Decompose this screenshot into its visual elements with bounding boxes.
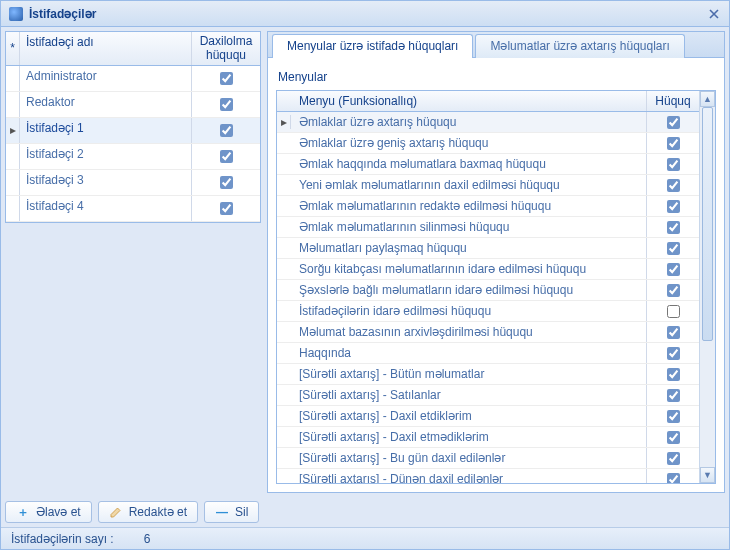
user-login-checkbox[interactable] [220,202,233,215]
permission-row[interactable]: Məlumatları paylaşmaq hüququ [277,238,699,259]
permission-checkbox[interactable] [667,137,680,150]
window-body: * İstifadəçi adı Daxilolma hüququ Admini… [1,27,729,497]
user-name-cell: İstifadəçi 2 [20,144,192,169]
user-login-checkbox[interactable] [220,176,233,189]
permission-checkbox[interactable] [667,221,680,234]
permission-row[interactable]: Əmlaklar üzrə geniş axtarış hüququ [277,133,699,154]
permission-checkbox[interactable] [667,242,680,255]
scroll-up-icon[interactable]: ▲ [700,91,715,107]
scroll-down-icon[interactable]: ▼ [700,467,715,483]
edit-button[interactable]: Redaktə et [98,501,198,523]
permission-checkbox[interactable] [667,263,680,276]
permission-row[interactable]: [Sürətli axtarış] - Bütün məlumatlar [277,364,699,385]
delete-button[interactable]: — Sil [204,501,259,523]
permission-row[interactable]: [Sürətli axtarış] - Dünən daxil edilənlə… [277,469,699,483]
permission-row[interactable]: [Sürətli axtarış] - Daxil etmədiklərim [277,427,699,448]
users-header-row: * İstifadəçi adı Daxilolma hüququ [6,32,260,66]
user-row[interactable]: Redaktor [6,92,260,118]
user-login-checkbox[interactable] [220,98,233,111]
row-indicator-icon: ▸ [6,118,20,143]
scroll-track[interactable] [700,107,715,467]
titlebar[interactable]: İstifadəçilər [1,1,729,27]
permission-row[interactable]: Haqqında [277,343,699,364]
permission-checkbox[interactable] [667,200,680,213]
tab-bar: Menyular üzrə istifadə hüquqları Məlumat… [268,32,724,58]
permission-check-cell [647,197,699,216]
permission-checkbox[interactable] [667,179,680,192]
permission-label-cell: Əmlak məlumatlarının redaktə edilməsi hü… [291,196,647,216]
permission-label-cell: Haqqında [291,343,647,363]
permission-row[interactable]: [Sürətli axtarış] - Satılanlar [277,385,699,406]
tab-menu-permissions[interactable]: Menyular üzrə istifadə hüquqları [272,34,473,58]
permission-checkbox[interactable] [667,452,680,465]
permission-checkbox[interactable] [667,284,680,297]
user-name-cell: İstifadəçi 1 [20,118,192,143]
user-login-checkbox[interactable] [220,124,233,137]
permission-check-cell [647,281,699,300]
status-bar: İstifadəçilərin sayı : 6 [1,527,729,549]
permission-row[interactable]: Əmlak haqqında məlumatlara baxmaq hüququ [277,154,699,175]
permission-check-cell [647,218,699,237]
permission-row[interactable]: ▸Əmlaklar üzrə axtarış hüququ [277,112,699,133]
permission-checkbox[interactable] [667,116,680,129]
perm-col-menu[interactable]: Menyu (Funksionallıq) [291,91,647,111]
permission-row[interactable]: İstifadəçilərin idarə edilməsi hüququ [277,301,699,322]
row-indicator-icon [6,66,20,91]
new-row-indicator: * [6,32,20,65]
user-row[interactable]: İstifadəçi 4 [6,196,260,222]
permission-label-cell: Əmlak haqqında məlumatlara baxmaq hüququ [291,154,647,174]
permission-check-cell [647,302,699,321]
user-row[interactable]: İstifadəçi 3 [6,170,260,196]
minus-icon: — [215,505,229,519]
permission-checkbox[interactable] [667,368,680,381]
permission-check-cell [647,344,699,363]
permission-row[interactable]: [Sürətli axtarış] - Daxil etdiklərim [277,406,699,427]
permission-label-cell: [Sürətli axtarış] - Satılanlar [291,385,647,405]
permission-row[interactable]: Əmlak məlumatlarının redaktə edilməsi hü… [277,196,699,217]
permission-row[interactable]: [Sürətli axtarış] - Bu gün daxil edilənl… [277,448,699,469]
permission-checkbox[interactable] [667,347,680,360]
permission-checkbox[interactable] [667,431,680,444]
permission-checkbox[interactable] [667,473,680,484]
permission-checkbox[interactable] [667,410,680,423]
permission-checkbox[interactable] [667,326,680,339]
permission-label-cell: İstifadəçilərin idarə edilməsi hüququ [291,301,647,321]
user-row[interactable]: ▸İstifadəçi 1 [6,118,260,144]
user-name-cell: İstifadəçi 3 [20,170,192,195]
scroll-thumb[interactable] [702,107,713,341]
add-button-label: Əlavə et [36,505,81,519]
permission-checkbox[interactable] [667,305,680,318]
perm-col-perm[interactable]: Hüquq [647,94,699,108]
permission-check-cell [647,176,699,195]
permissions-section-title: Menyular [278,70,714,84]
users-col-name[interactable]: İstifadəçi adı [20,32,192,65]
add-button[interactable]: ＋ Əlavə et [5,501,92,523]
permission-row[interactable]: Məlumat bazasının arxivləşdirilməsi hüqu… [277,322,699,343]
permission-label-cell: Yeni əmlak məlumatlarının daxil edilməsi… [291,175,647,195]
tab-data-search-permissions[interactable]: Məlumatlar üzrə axtarış hüquqları [475,34,684,58]
row-indicator-icon: ▸ [277,115,291,129]
permission-label-cell: Əmlaklar üzrə axtarış hüququ [291,112,647,132]
permission-row[interactable]: Şəxslərlə bağlı məlumatların idarə edilm… [277,280,699,301]
user-login-checkbox[interactable] [220,72,233,85]
permission-row[interactable]: Sorğu kitabçası məlumatlarının idarə edi… [277,259,699,280]
permission-checkbox[interactable] [667,158,680,171]
permission-label-cell: [Sürətli axtarış] - Daxil etmədiklərim [291,427,647,447]
user-row[interactable]: Administrator [6,66,260,92]
permission-check-cell [647,134,699,153]
permission-row[interactable]: Əmlak məlumatlarının silinməsi hüququ [277,217,699,238]
permission-row[interactable]: Yeni əmlak məlumatlarının daxil edilməsi… [277,175,699,196]
permission-label-cell: [Sürətli axtarış] - Daxil etdiklərim [291,406,647,426]
users-col-login[interactable]: Daxilolma hüququ [192,32,260,65]
permissions-header-row: Menyu (Funksionallıq) Hüquq [277,91,699,112]
user-login-checkbox[interactable] [220,150,233,163]
permission-check-cell [647,113,699,132]
permissions-scrollbar[interactable]: ▲ ▼ [699,91,715,483]
permission-label-cell: Məlumat bazasının arxivləşdirilməsi hüqu… [291,322,647,342]
permission-checkbox[interactable] [667,389,680,402]
user-row[interactable]: İstifadəçi 2 [6,144,260,170]
close-icon[interactable] [707,7,721,21]
user-login-cell [192,118,260,143]
permission-check-cell [647,260,699,279]
permission-check-cell [647,323,699,342]
